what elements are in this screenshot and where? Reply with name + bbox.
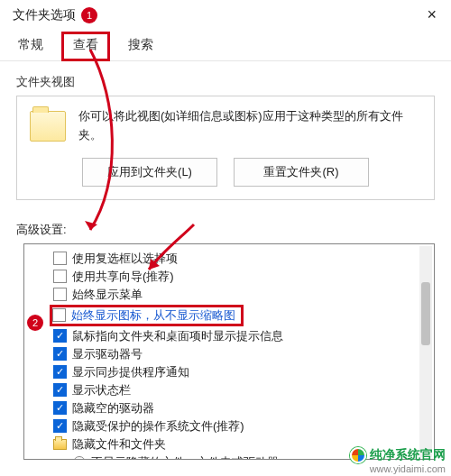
list-item[interactable]: 显示驱动器号 [33, 345, 430, 363]
list-item-label: 隐藏受保护的操作系统文件(推荐) [72, 418, 244, 435]
watermark-url: www.yidaimi.com [370, 463, 446, 474]
checkbox-icon[interactable] [53, 288, 67, 301]
tab-view[interactable]: 查看 [61, 32, 110, 61]
annotation-marker-1: 1 [81, 7, 97, 23]
list-item[interactable]: 使用复选框以选择项 [33, 250, 430, 268]
list-item-label: 始终显示图标，从不显示缩略图 [71, 307, 235, 324]
folder-small-icon [53, 439, 67, 450]
list-item[interactable]: 隐藏空的驱动器 [33, 399, 430, 417]
annotation-marker-2: 2 [27, 315, 43, 331]
scrollbar[interactable] [419, 246, 432, 457]
checkbox-icon[interactable] [53, 329, 67, 343]
tab-search[interactable]: 搜索 [126, 32, 155, 60]
folder-views-panel: 你可以将此视图(如详细信息或图标)应用于这种类型的所有文件夹。 应用到文件夹(L… [16, 96, 435, 200]
list-item-label: 隐藏空的驱动器 [72, 400, 154, 416]
list-item-label: 始终显示菜单 [72, 287, 143, 303]
list-item[interactable]: 隐藏受保护的操作系统文件(推荐) [33, 417, 430, 435]
list-item-label: 隐藏文件和文件夹 [72, 436, 166, 453]
advanced-settings-list[interactable]: 使用复选框以选择项 使用共享向导(推荐) 始终显示菜单 始终显示图标，从不显示缩… [23, 243, 435, 460]
list-item[interactable]: 始终显示菜单 [33, 286, 430, 304]
tab-general[interactable]: 常规 [16, 32, 45, 60]
apply-to-folders-button[interactable]: 应用到文件夹(L) [82, 158, 217, 187]
list-item-label: 不显示隐藏的文件、文件夹或驱动器 [91, 454, 279, 460]
list-item-label: 显示同步提供程序通知 [72, 364, 189, 380]
list-item-highlighted[interactable]: 始终显示图标，从不显示缩略图 [33, 304, 430, 327]
close-button[interactable]: × [421, 5, 442, 24]
list-item-label: 使用共享向导(推荐) [72, 269, 174, 285]
watermark-logo-icon [350, 447, 366, 463]
watermark-brand: 纯净系统官网 [370, 447, 446, 463]
checkbox-icon[interactable] [53, 401, 67, 415]
radio-icon[interactable] [73, 456, 86, 460]
checkbox-icon[interactable] [53, 347, 67, 361]
list-item-label: 显示驱动器号 [72, 346, 143, 362]
list-item-label: 鼠标指向文件夹和桌面项时显示提示信息 [72, 328, 283, 344]
scrollbar-thumb[interactable] [421, 282, 430, 345]
list-item[interactable]: 显示同步提供程序通知 [33, 363, 430, 381]
checkbox-icon[interactable] [53, 419, 67, 433]
reset-folders-button[interactable]: 重置文件夹(R) [234, 158, 369, 187]
watermark: 纯净系统官网 www.yidaimi.com [350, 447, 446, 474]
checkbox-icon[interactable] [53, 365, 67, 379]
checkbox-icon[interactable] [53, 270, 67, 283]
checkbox-icon[interactable] [53, 252, 67, 265]
list-item[interactable]: 鼠标指向文件夹和桌面项时显示提示信息 [33, 327, 430, 345]
advanced-settings-label: 高级设置: [16, 222, 435, 238]
list-item[interactable]: 使用共享向导(推荐) [33, 268, 430, 286]
folder-views-description: 你可以将此视图(如详细信息或图标)应用于这种类型的所有文件夹。 [78, 107, 421, 145]
folder-icon [30, 111, 66, 142]
folder-views-label: 文件夹视图 [16, 74, 435, 90]
checkbox-icon[interactable] [52, 308, 66, 322]
list-item-label: 使用复选框以选择项 [72, 251, 178, 267]
tab-bar: 常规 查看 搜索 [0, 26, 451, 61]
window-title: 文件夹选项 [13, 7, 76, 23]
list-item-label: 显示状态栏 [72, 382, 131, 398]
checkbox-icon[interactable] [53, 383, 67, 397]
list-item[interactable]: 显示状态栏 [33, 381, 430, 399]
